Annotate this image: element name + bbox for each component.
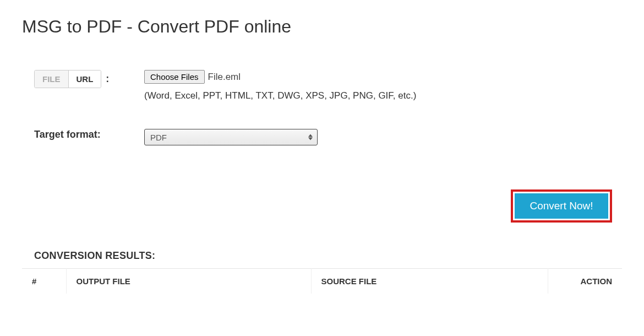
choose-files-button[interactable]: Choose Files (144, 70, 205, 84)
convert-button-highlight: Convert Now! (511, 189, 612, 223)
source-colon: : (106, 73, 109, 85)
col-source-file: SOURCE FILE (311, 269, 548, 294)
results-heading: CONVERSION RESULTS: (34, 250, 622, 262)
target-format-value: PDF (150, 133, 167, 142)
page-title: MSG to PDF - Convert PDF online (22, 17, 622, 37)
target-format-label: Target format: (34, 129, 101, 140)
selected-file-name: File.eml (208, 72, 241, 83)
results-table: # OUTPUT FILE SOURCE FILE ACTION (22, 268, 622, 294)
results-header-row: # OUTPUT FILE SOURCE FILE ACTION (22, 269, 622, 294)
col-output-file: OUTPUT FILE (66, 269, 311, 294)
convert-now-button[interactable]: Convert Now! (515, 193, 608, 219)
source-tab-file[interactable]: FILE (35, 71, 68, 88)
col-action: ACTION (548, 269, 622, 294)
file-formats-hint: (Word, Excel, PPT, HTML, TXT, DWG, XPS, … (144, 90, 622, 101)
col-number: # (22, 269, 66, 294)
chevron-updown-icon (308, 134, 313, 140)
source-tab-url[interactable]: URL (69, 71, 101, 88)
target-format-select[interactable]: PDF (144, 129, 318, 145)
source-type-toggle: FILE URL (34, 70, 101, 88)
